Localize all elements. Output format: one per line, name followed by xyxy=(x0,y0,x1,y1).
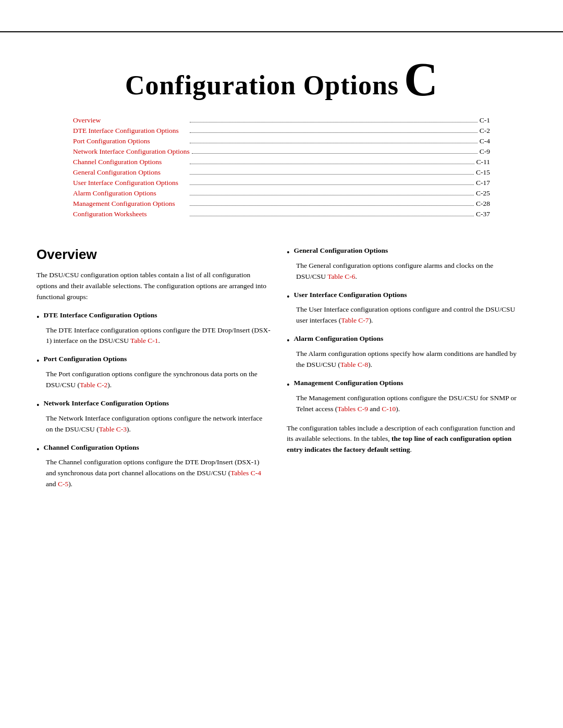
bullet-item: •User Interface Configuration Options xyxy=(287,291,521,303)
inline-link[interactable]: Table C-3 xyxy=(99,425,127,433)
toc-dots xyxy=(190,174,474,175)
toc-dots xyxy=(190,205,474,206)
bullet-section: •Management Configuration OptionsThe Man… xyxy=(287,379,521,415)
toc-page: C-9 xyxy=(480,147,490,156)
toc-page: C-37 xyxy=(476,210,490,218)
bullet-section: •Channel Configuration OptionsThe Channe… xyxy=(36,443,271,490)
main-content: Overview The DSU/CSU configuration optio… xyxy=(0,236,563,519)
chapter-title: Configuration Options xyxy=(125,70,399,101)
chapter-letter: C xyxy=(404,58,438,101)
toc-link[interactable]: Alarm Configuration Options xyxy=(73,189,188,198)
bullet-dot: • xyxy=(287,248,290,258)
left-column: Overview The DSU/CSU configuration optio… xyxy=(36,246,271,498)
toc-dots xyxy=(190,216,474,216)
inline-link[interactable]: Table C-2 xyxy=(80,381,107,389)
inline-link[interactable]: Table C-1 xyxy=(130,337,158,344)
toc-dots xyxy=(190,132,478,133)
toc-page: C-11 xyxy=(476,158,491,166)
bullet-dot: • xyxy=(287,292,290,303)
overview-heading: Overview xyxy=(36,246,271,263)
toc-page: C-2 xyxy=(480,127,490,135)
bullet-dot: • xyxy=(36,445,40,455)
toc-link[interactable]: Network Interface Configuration Options xyxy=(73,147,190,156)
toc-link[interactable]: Port Configuration Options xyxy=(73,137,188,145)
bullet-dot: • xyxy=(36,312,40,323)
bullet-dot: • xyxy=(287,336,290,347)
toc-page: C-1 xyxy=(480,116,490,125)
toc-link[interactable]: General Configuration Options xyxy=(73,168,188,177)
toc-item: Management Configuration OptionsC-28 xyxy=(73,200,490,208)
toc-dots xyxy=(190,143,478,143)
toc-item: DTE Interface Configuration OptionsC-2 xyxy=(73,127,490,135)
inline-link[interactable]: Tables C-4 xyxy=(230,469,261,477)
bullet-item: •Management Configuration Options xyxy=(287,379,521,391)
toc-link[interactable]: User Interface Configuration Options xyxy=(73,179,188,187)
bullet-section: •DTE Interface Configuration OptionsThe … xyxy=(36,311,271,347)
left-bullets: •DTE Interface Configuration OptionsThe … xyxy=(36,311,271,490)
toc-link[interactable]: Channel Configuration Options xyxy=(73,158,188,166)
toc-item: User Interface Configuration OptionsC-17 xyxy=(73,179,490,187)
bullet-body: The User Interface configuration options… xyxy=(296,304,521,326)
bullet-body: The DTE Interface configuration options … xyxy=(46,325,271,347)
toc-page: C-17 xyxy=(476,179,490,187)
bullet-item: •Channel Configuration Options xyxy=(36,443,271,455)
inline-link[interactable]: C-5 xyxy=(58,480,68,488)
toc-item: General Configuration OptionsC-15 xyxy=(73,168,490,177)
toc-page: C-15 xyxy=(476,168,490,177)
toc-link[interactable]: Management Configuration Options xyxy=(73,200,188,208)
closing-text: The configuration tables include a descr… xyxy=(287,423,521,456)
bullet-section: •Network Interface Configuration Options… xyxy=(36,399,271,435)
table-of-contents: OverviewC-1DTE Interface Configuration O… xyxy=(0,111,563,236)
toc-item: Alarm Configuration OptionsC-25 xyxy=(73,189,490,198)
bullet-section: •Alarm Configuration OptionsThe Alarm co… xyxy=(287,335,521,371)
toc-dots xyxy=(190,122,478,122)
toc-item: Channel Configuration OptionsC-11 xyxy=(73,158,490,166)
bullet-heading: Port Configuration Options xyxy=(44,355,127,363)
chapter-header: Configuration Options C xyxy=(0,32,563,111)
inline-link[interactable]: C-10 xyxy=(382,405,396,413)
bullet-heading: General Configuration Options xyxy=(294,246,388,255)
inline-link[interactable]: Tables C-9 xyxy=(337,405,368,413)
bullet-heading: Management Configuration Options xyxy=(294,379,403,387)
inline-link[interactable]: Table C-8 xyxy=(340,361,368,368)
toc-page: C-28 xyxy=(476,200,490,208)
bullet-body: The General configuration options config… xyxy=(296,261,521,282)
bullet-body: The Port configuration options configure… xyxy=(46,369,271,391)
bullet-body: The Alarm configuration options specify … xyxy=(296,349,521,371)
toc-dots xyxy=(190,195,474,195)
toc-item: Port Configuration OptionsC-4 xyxy=(73,137,490,145)
bullet-heading: Alarm Configuration Options xyxy=(294,335,384,343)
toc-dots xyxy=(192,153,478,154)
toc-page: C-4 xyxy=(480,137,490,145)
right-column: •General Configuration OptionsThe Genera… xyxy=(287,246,521,498)
bullet-section: •Port Configuration OptionsThe Port conf… xyxy=(36,355,271,391)
inline-link[interactable]: Table C-6 xyxy=(327,273,355,280)
closing-bold: the top line of each configuration optio… xyxy=(287,435,511,453)
bullet-item: •DTE Interface Configuration Options xyxy=(36,311,271,323)
toc-link[interactable]: DTE Interface Configuration Options xyxy=(73,127,188,135)
bullet-dot: • xyxy=(287,380,290,391)
bullet-dot: • xyxy=(36,400,40,411)
inline-link[interactable]: Table C-7 xyxy=(341,316,369,324)
right-bullets: •General Configuration OptionsThe Genera… xyxy=(287,246,521,415)
toc-dots xyxy=(190,184,474,185)
bullet-item: •Port Configuration Options xyxy=(36,355,271,367)
toc-item: Configuration WorksheetsC-37 xyxy=(73,210,490,218)
bullet-body: The Management configuration options con… xyxy=(296,393,521,415)
bullet-section: •General Configuration OptionsThe Genera… xyxy=(287,246,521,282)
toc-dots xyxy=(190,164,474,164)
bullet-item: •General Configuration Options xyxy=(287,246,521,258)
toc-item: OverviewC-1 xyxy=(73,116,490,125)
bullet-heading: Channel Configuration Options xyxy=(44,443,139,452)
toc-page: C-25 xyxy=(476,189,490,198)
bullet-heading: User Interface Configuration Options xyxy=(294,291,407,299)
bullet-item: •Network Interface Configuration Options xyxy=(36,399,271,411)
bullet-section: •User Interface Configuration OptionsThe… xyxy=(287,291,521,327)
bullet-item: •Alarm Configuration Options xyxy=(287,335,521,347)
toc-item: Network Interface Configuration OptionsC… xyxy=(73,147,490,156)
toc-link[interactable]: Configuration Worksheets xyxy=(73,210,188,218)
toc-link[interactable]: Overview xyxy=(73,116,188,125)
bullet-body: The Channel configuration options config… xyxy=(46,457,271,490)
bullet-body: The Network Interface configuration opti… xyxy=(46,413,271,435)
bullet-heading: Network Interface Configuration Options xyxy=(44,399,169,408)
